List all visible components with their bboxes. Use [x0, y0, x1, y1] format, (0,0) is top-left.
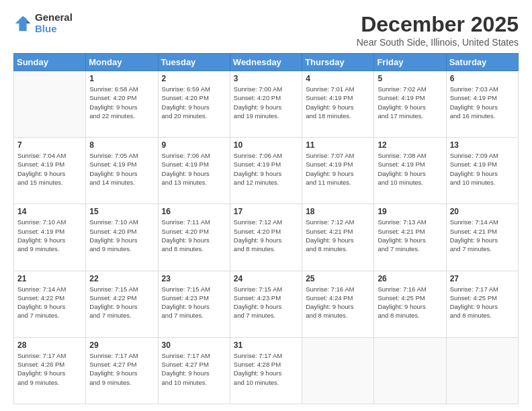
table-row: 13Sunrise: 7:09 AMSunset: 4:19 PMDayligh…: [446, 138, 518, 204]
day-info: Sunrise: 7:01 AMSunset: 4:19 PMDaylight:…: [306, 85, 370, 120]
table-row: 6Sunrise: 7:03 AMSunset: 4:19 PMDaylight…: [446, 71, 518, 138]
table-row: 24Sunrise: 7:15 AMSunset: 4:23 PMDayligh…: [230, 271, 302, 337]
day-number: 24: [234, 274, 298, 283]
day-info: Sunrise: 7:17 AMSunset: 4:25 PMDaylight:…: [450, 285, 515, 320]
table-row: [446, 337, 518, 404]
table-row: 19Sunrise: 7:13 AMSunset: 4:21 PMDayligh…: [374, 204, 446, 271]
table-row: 7Sunrise: 7:04 AMSunset: 4:19 PMDaylight…: [14, 138, 86, 204]
day-info: Sunrise: 7:06 AMSunset: 4:19 PMDaylight:…: [234, 151, 298, 187]
day-number: 28: [17, 340, 82, 350]
table-row: 1Sunrise: 6:58 AMSunset: 4:20 PMDaylight…: [86, 71, 158, 138]
day-info: Sunrise: 7:15 AMSunset: 4:23 PMDaylight:…: [162, 285, 226, 320]
logo-blue-text: Blue: [35, 24, 73, 35]
logo: General Blue: [13, 12, 73, 34]
day-number: 20: [450, 207, 515, 216]
day-info: Sunrise: 7:14 AMSunset: 4:22 PMDaylight:…: [17, 285, 82, 320]
table-row: 18Sunrise: 7:12 AMSunset: 4:21 PMDayligh…: [302, 204, 374, 271]
calendar-week-row: 7Sunrise: 7:04 AMSunset: 4:19 PMDaylight…: [14, 138, 519, 204]
day-number: 5: [378, 74, 442, 83]
day-number: 12: [378, 140, 442, 150]
header-sunday: Sunday: [14, 54, 86, 71]
logo-text: General Blue: [35, 12, 73, 34]
calendar-week-row: 1Sunrise: 6:58 AMSunset: 4:20 PMDaylight…: [14, 71, 519, 138]
day-number: 13: [450, 140, 515, 150]
table-row: 3Sunrise: 7:00 AMSunset: 4:20 PMDaylight…: [230, 71, 302, 138]
header-wednesday: Wednesday: [230, 54, 302, 71]
table-row: 15Sunrise: 7:10 AMSunset: 4:20 PMDayligh…: [86, 204, 158, 271]
day-info: Sunrise: 7:17 AMSunset: 4:27 PMDaylight:…: [89, 351, 154, 387]
table-row: 25Sunrise: 7:16 AMSunset: 4:24 PMDayligh…: [302, 271, 374, 337]
calendar-table: Sunday Monday Tuesday Wednesday Thursday…: [13, 53, 519, 404]
day-info: Sunrise: 7:12 AMSunset: 4:20 PMDaylight:…: [234, 218, 298, 253]
day-number: 14: [17, 207, 82, 216]
day-info: Sunrise: 7:06 AMSunset: 4:19 PMDaylight:…: [162, 151, 226, 187]
table-row: 28Sunrise: 7:17 AMSunset: 4:26 PMDayligh…: [14, 337, 86, 404]
day-number: 15: [89, 207, 154, 216]
header: General Blue December 2025 Near South Si…: [13, 12, 519, 48]
calendar-header-row: Sunday Monday Tuesday Wednesday Thursday…: [14, 54, 519, 71]
table-row: 2Sunrise: 6:59 AMSunset: 4:20 PMDaylight…: [158, 71, 230, 138]
day-number: 11: [306, 140, 370, 150]
day-info: Sunrise: 7:10 AMSunset: 4:20 PMDaylight:…: [89, 218, 154, 253]
calendar-week-row: 21Sunrise: 7:14 AMSunset: 4:22 PMDayligh…: [14, 271, 519, 337]
table-row: 4Sunrise: 7:01 AMSunset: 4:19 PMDaylight…: [302, 71, 374, 138]
day-info: Sunrise: 7:15 AMSunset: 4:22 PMDaylight:…: [89, 285, 154, 320]
day-info: Sunrise: 7:02 AMSunset: 4:19 PMDaylight:…: [378, 85, 442, 120]
calendar-week-row: 14Sunrise: 7:10 AMSunset: 4:19 PMDayligh…: [14, 204, 519, 271]
table-row: 27Sunrise: 7:17 AMSunset: 4:25 PMDayligh…: [446, 271, 518, 337]
table-row: 11Sunrise: 7:07 AMSunset: 4:19 PMDayligh…: [302, 138, 374, 204]
subtitle: Near South Side, Illinois, United States: [357, 37, 519, 48]
day-number: 3: [234, 74, 298, 83]
table-row: 16Sunrise: 7:11 AMSunset: 4:20 PMDayligh…: [158, 204, 230, 271]
title-block: December 2025 Near South Side, Illinois,…: [357, 12, 519, 48]
day-number: 25: [306, 274, 370, 283]
table-row: 29Sunrise: 7:17 AMSunset: 4:27 PMDayligh…: [86, 337, 158, 404]
day-info: Sunrise: 7:11 AMSunset: 4:20 PMDaylight:…: [162, 218, 226, 253]
day-info: Sunrise: 7:17 AMSunset: 4:27 PMDaylight:…: [162, 351, 226, 387]
table-row: 14Sunrise: 7:10 AMSunset: 4:19 PMDayligh…: [14, 204, 86, 271]
day-number: 23: [162, 274, 226, 283]
table-row: 17Sunrise: 7:12 AMSunset: 4:20 PMDayligh…: [230, 204, 302, 271]
day-number: 19: [378, 207, 442, 216]
header-tuesday: Tuesday: [158, 54, 230, 71]
day-info: Sunrise: 7:13 AMSunset: 4:21 PMDaylight:…: [378, 218, 442, 253]
day-info: Sunrise: 7:15 AMSunset: 4:23 PMDaylight:…: [234, 285, 298, 320]
table-row: 23Sunrise: 7:15 AMSunset: 4:23 PMDayligh…: [158, 271, 230, 337]
day-number: 18: [306, 207, 370, 216]
day-info: Sunrise: 7:16 AMSunset: 4:24 PMDaylight:…: [306, 285, 370, 320]
logo-icon: [13, 14, 32, 33]
header-thursday: Thursday: [302, 54, 374, 71]
day-number: 9: [162, 140, 226, 150]
day-number: 21: [17, 274, 82, 283]
day-info: Sunrise: 7:12 AMSunset: 4:21 PMDaylight:…: [306, 218, 370, 253]
day-number: 8: [89, 140, 154, 150]
day-number: 16: [162, 207, 226, 216]
day-info: Sunrise: 7:04 AMSunset: 4:19 PMDaylight:…: [17, 151, 82, 187]
table-row: 31Sunrise: 7:17 AMSunset: 4:28 PMDayligh…: [230, 337, 302, 404]
day-number: 7: [17, 140, 82, 150]
day-number: 10: [234, 140, 298, 150]
table-row: 9Sunrise: 7:06 AMSunset: 4:19 PMDaylight…: [158, 138, 230, 204]
table-row: 21Sunrise: 7:14 AMSunset: 4:22 PMDayligh…: [14, 271, 86, 337]
table-row: 12Sunrise: 7:08 AMSunset: 4:19 PMDayligh…: [374, 138, 446, 204]
table-row: 8Sunrise: 7:05 AMSunset: 4:19 PMDaylight…: [86, 138, 158, 204]
day-info: Sunrise: 6:58 AMSunset: 4:20 PMDaylight:…: [89, 85, 154, 120]
day-info: Sunrise: 7:16 AMSunset: 4:25 PMDaylight:…: [378, 285, 442, 320]
day-number: 2: [162, 74, 226, 83]
table-row: 22Sunrise: 7:15 AMSunset: 4:22 PMDayligh…: [86, 271, 158, 337]
calendar-week-row: 28Sunrise: 7:17 AMSunset: 4:26 PMDayligh…: [14, 337, 519, 404]
day-info: Sunrise: 7:10 AMSunset: 4:19 PMDaylight:…: [17, 218, 82, 253]
day-number: 1: [89, 74, 154, 83]
day-number: 4: [306, 74, 370, 83]
day-number: 6: [450, 74, 515, 83]
day-info: Sunrise: 6:59 AMSunset: 4:20 PMDaylight:…: [162, 85, 226, 120]
day-info: Sunrise: 7:08 AMSunset: 4:19 PMDaylight:…: [378, 151, 442, 187]
day-info: Sunrise: 7:17 AMSunset: 4:28 PMDaylight:…: [234, 351, 298, 387]
table-row: 26Sunrise: 7:16 AMSunset: 4:25 PMDayligh…: [374, 271, 446, 337]
day-number: 31: [234, 340, 298, 350]
day-info: Sunrise: 7:05 AMSunset: 4:19 PMDaylight:…: [89, 151, 154, 187]
logo-general-text: General: [35, 12, 73, 24]
header-friday: Friday: [374, 54, 446, 71]
day-info: Sunrise: 7:14 AMSunset: 4:21 PMDaylight:…: [450, 218, 515, 253]
day-number: 22: [89, 274, 154, 283]
